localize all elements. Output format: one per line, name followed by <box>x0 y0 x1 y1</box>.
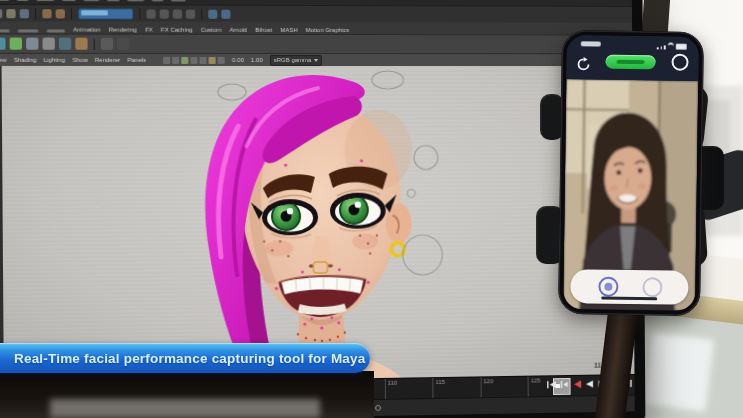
ipr-render-icon[interactable] <box>221 9 230 18</box>
shelf-plane-icon[interactable] <box>43 38 55 50</box>
desk-surface <box>50 399 320 418</box>
signal-icon <box>657 47 659 49</box>
gamma-value[interactable]: 1.00 <box>251 57 263 63</box>
menu-text-smudge <box>62 0 76 1</box>
battery-icon <box>676 43 687 50</box>
shelf-cube-icon[interactable] <box>10 38 22 50</box>
face-capture-app <box>563 35 699 311</box>
shelf-tab-animation[interactable]: Animation <box>73 26 100 32</box>
step-back-frame-button[interactable] <box>559 379 569 389</box>
snap-grid-icon[interactable] <box>146 9 155 18</box>
avatar-toggle-button[interactable] <box>599 277 619 297</box>
shelf-tab-rendering[interactable]: Rendering <box>109 27 137 33</box>
viewport-grid-icon[interactable] <box>173 56 180 63</box>
app-top-bar <box>566 35 699 81</box>
toolbar-divider <box>201 8 202 19</box>
shelf-tab-bar: Animation Rendering FX FX Caching Custom… <box>0 21 632 34</box>
colorspace-label: sRGB gamma <box>274 57 312 63</box>
shelf-tool-icon[interactable] <box>101 38 113 50</box>
viewport-menu-renderer[interactable]: Renderer <box>95 57 121 63</box>
viewport-isolate-icon[interactable] <box>218 56 225 63</box>
go-to-start-button[interactable] <box>546 379 556 389</box>
phone <box>558 30 704 316</box>
status-bar-icons <box>657 42 687 49</box>
selection-highlight <box>81 10 108 15</box>
viewport-menu-show[interactable]: Show <box>72 57 87 63</box>
toolbar-divider <box>35 8 36 19</box>
record-ring-button[interactable] <box>671 54 688 71</box>
connect-status-pill[interactable] <box>605 55 655 70</box>
colorspace-dropdown[interactable]: sRGB gamma <box>270 54 323 65</box>
toolbar-divider <box>139 8 140 19</box>
viewport-cam-icon[interactable] <box>163 56 170 63</box>
shelf-tab-custom[interactable]: Custom <box>201 27 222 33</box>
switch-camera-button[interactable] <box>575 56 591 72</box>
maya-status-toolbar <box>0 4 632 23</box>
menu-text-smudge <box>36 0 54 1</box>
snap-curve-icon[interactable] <box>160 9 169 18</box>
caption-banner: Real-Time facial performance capturing t… <box>0 343 370 373</box>
menu-text-smudge <box>83 0 99 1</box>
toolbar-divider <box>71 8 72 19</box>
viewport-menu-panels[interactable]: Panels <box>127 57 146 63</box>
shelf-tab-fx-caching[interactable]: FX Caching <box>161 27 193 33</box>
undo-icon[interactable] <box>42 9 51 18</box>
app-bottom-bar <box>570 269 688 305</box>
mute-dot-icon[interactable] <box>376 405 382 411</box>
caption-text: Real-Time facial performance capturing t… <box>0 351 366 366</box>
pill-text-smudge <box>617 59 645 64</box>
shelf-tab-fx[interactable]: FX <box>145 27 153 33</box>
signal-icon <box>661 46 663 49</box>
menu-text-smudge <box>127 0 144 1</box>
chevron-down-icon <box>314 58 318 61</box>
home-indicator[interactable] <box>601 296 657 300</box>
menu-text-smudge <box>151 0 163 1</box>
viewport-menu-view[interactable]: View <box>0 57 7 63</box>
menu-text-smudge <box>17 0 29 1</box>
viewport-menu-lighting[interactable]: Lighting <box>44 57 66 63</box>
shelf-tab-arnold[interactable]: Arnold <box>230 27 247 33</box>
signal-icon <box>664 45 666 49</box>
shelf-tab-motion-graphics[interactable]: Motion Graphics <box>306 27 350 33</box>
viewport-menu-shading[interactable]: Shading <box>14 57 37 63</box>
file-open-icon[interactable] <box>6 9 15 18</box>
shelf-sphere-icon[interactable] <box>0 37 6 49</box>
shelf-tab-smudge <box>0 29 10 33</box>
tool-box <box>0 66 4 384</box>
wifi-icon <box>668 43 674 50</box>
shelf-joint-icon[interactable] <box>75 38 87 50</box>
snap-point-icon[interactable] <box>173 9 182 18</box>
shelf-tab-smudge <box>18 29 39 33</box>
snap-plane-icon[interactable] <box>186 9 195 18</box>
shutter-ring-button[interactable] <box>642 277 662 297</box>
redo-icon[interactable] <box>56 9 65 18</box>
shelf-tool-icon[interactable] <box>117 38 129 50</box>
viewport-shade-icon[interactable] <box>182 56 189 63</box>
selection-field[interactable] <box>78 8 133 19</box>
file-save-icon[interactable] <box>20 9 29 18</box>
window-pane-reflection <box>644 332 714 411</box>
exposure-value[interactable]: 0.00 <box>232 57 244 63</box>
shelf-cylinder-icon[interactable] <box>26 38 38 50</box>
play-backward-button[interactable] <box>584 379 594 389</box>
render-icon[interactable] <box>208 9 217 18</box>
viewport-light-icon[interactable] <box>200 56 207 63</box>
shelf-tab-bifrost[interactable]: Bifrost <box>255 27 272 33</box>
video-frame: Animation Rendering FX FX Caching Custom… <box>0 0 743 418</box>
menu-text-smudge <box>107 0 120 1</box>
viewport-menu-bar: View Shading Lighting Show Renderer Pane… <box>0 53 632 66</box>
shelf-tab-smudge <box>47 29 65 33</box>
file-new-icon[interactable] <box>0 9 2 18</box>
shelf-icon-row <box>0 33 632 53</box>
status-bar-time <box>581 41 601 46</box>
viewport-texture-icon[interactable] <box>191 56 198 63</box>
character-head-model[interactable] <box>167 66 469 384</box>
shelf-tab-mash[interactable]: MASH <box>280 27 297 33</box>
camera-feed <box>563 79 698 311</box>
menu-text-smudge <box>171 0 186 1</box>
shelf-curve-icon[interactable] <box>59 38 71 50</box>
viewport-icon-strip <box>163 56 225 63</box>
step-back-key-button[interactable] <box>571 379 581 389</box>
menu-text-smudge <box>0 0 9 1</box>
viewport-xray-icon[interactable] <box>209 56 216 63</box>
